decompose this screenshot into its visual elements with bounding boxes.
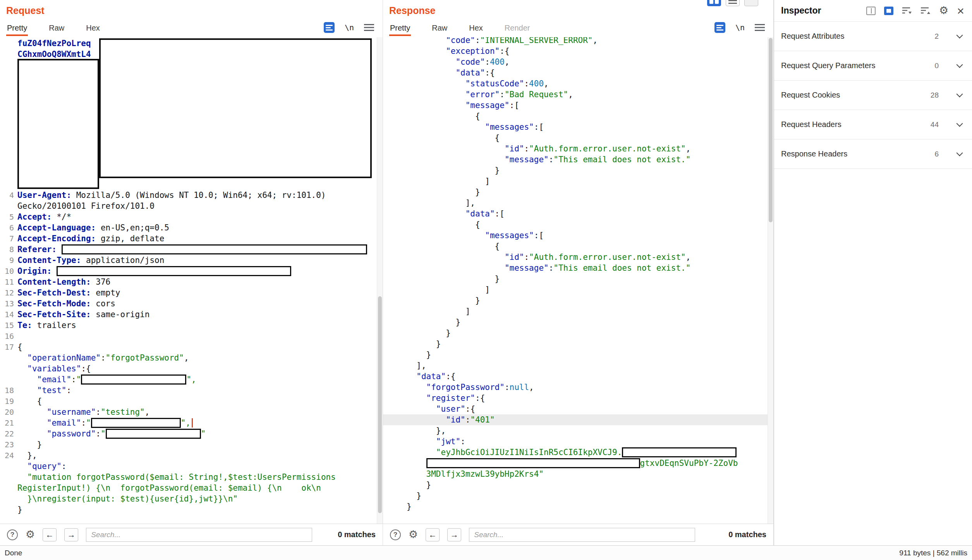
code-line[interactable]: } (383, 490, 773, 501)
code-line[interactable]: { (383, 132, 773, 143)
inspector-dock-icon[interactable] (866, 7, 876, 15)
inspector-section-request-query-parameters[interactable]: Request Query Parameters0 (774, 51, 972, 81)
code-line[interactable]: 16 (0, 331, 383, 342)
search-prev-button[interactable]: ← (426, 528, 440, 541)
code-line[interactable]: 21 "email":"", (0, 417, 383, 428)
code-line[interactable]: } (383, 328, 773, 338)
tab-hex[interactable]: Hex (468, 20, 484, 36)
layout-tabs-icon[interactable] (744, 0, 758, 6)
code-line[interactable]: ] (383, 306, 773, 317)
code-line[interactable]: ] (383, 176, 773, 187)
tab-raw[interactable]: Raw (48, 20, 65, 36)
code-line[interactable]: "user":{ (383, 404, 773, 414)
code-line[interactable]: "error":"Bad Request", (383, 89, 773, 100)
request-scrollbar-thumb[interactable] (378, 296, 382, 513)
code-line[interactable]: gtxvDEqnSVuPbY-2ZoVb (383, 458, 773, 469)
word-wrap-toggle-icon[interactable] (324, 22, 335, 33)
code-line[interactable]: 6Accept-Language: en-US,en;q=0.5 (0, 222, 383, 233)
inspector-section-request-cookies[interactable]: Request Cookies28 (774, 81, 972, 110)
panel-menu-icon[interactable] (755, 24, 765, 31)
code-line[interactable]: "query": (0, 461, 383, 472)
search-next-button[interactable]: → (64, 528, 78, 541)
response-scrollbar[interactable] (768, 37, 773, 524)
request-search-input[interactable] (86, 528, 312, 542)
code-line[interactable]: 22 "password":"" (0, 428, 383, 439)
code-line[interactable]: 12Sec-Fetch-Dest: empty (0, 287, 383, 298)
panel-menu-icon[interactable] (364, 24, 374, 31)
response-scrollbar-thumb[interactable] (769, 38, 773, 222)
code-line[interactable]: "data":{ (383, 371, 773, 382)
code-line[interactable]: "statusCode":400, (383, 78, 773, 89)
code-line[interactable]: }, (383, 425, 773, 436)
tab-pretty[interactable]: Pretty (6, 20, 28, 36)
collapse-all-icon[interactable] (902, 7, 912, 15)
response-viewer[interactable]: "code":"INTERNAL_SERVER_ERROR", "excepti… (383, 37, 773, 524)
code-line[interactable]: 13Sec-Fetch-Mode: cors (0, 298, 383, 309)
code-line[interactable]: } (383, 479, 773, 490)
code-line[interactable]: ], (383, 360, 773, 371)
code-line[interactable]: "email":"", (0, 374, 383, 385)
code-line[interactable]: } (383, 317, 773, 328)
inspector-split-view-icon[interactable] (884, 7, 893, 15)
chevron-down-icon[interactable] (957, 149, 963, 156)
code-line[interactable]: "id":"Auth.form.error.user.not-exist", (383, 143, 773, 154)
code-line[interactable]: "register":{ (383, 393, 773, 404)
code-line[interactable]: 24 }, (0, 450, 383, 461)
code-line[interactable]: 9Content-Type: application/json (0, 255, 383, 266)
code-line[interactable]: "mutation forgotPassword($email: String!… (0, 472, 383, 483)
help-icon[interactable]: ? (7, 529, 18, 540)
code-line[interactable]: 3MDlfjx3mzwL39ybHp2Krs4" (383, 469, 773, 479)
code-line[interactable]: } (383, 295, 773, 306)
code-line[interactable]: ] (383, 284, 773, 295)
tab-render[interactable]: Render (504, 20, 531, 36)
inspector-close-icon[interactable]: × (957, 5, 964, 17)
code-line[interactable]: "exception":{ (383, 46, 773, 57)
code-line[interactable]: 10Origin: (0, 266, 383, 277)
chevron-down-icon[interactable] (957, 61, 963, 68)
code-line[interactable]: "message":"This email does not exist." (383, 263, 773, 273)
code-line[interactable]: 15Te: trailers (0, 320, 383, 331)
code-line[interactable]: 19 { (0, 396, 383, 407)
code-line[interactable]: "data":{ (383, 67, 773, 78)
tab-hex[interactable]: Hex (85, 20, 101, 36)
code-line[interactable]: ], (383, 198, 773, 208)
layout-side-by-side-icon[interactable] (707, 0, 721, 6)
code-line[interactable]: 5Accept: */* (0, 211, 383, 222)
code-line[interactable]: "jwt": (383, 436, 773, 447)
code-line[interactable]: } (383, 273, 773, 284)
layout-combined-icon[interactable] (726, 0, 740, 6)
code-line[interactable]: } (383, 187, 773, 198)
code-line[interactable]: { (383, 241, 773, 252)
inspector-section-response-headers[interactable]: Response Headers6 (774, 139, 972, 169)
code-line[interactable]: }\nregister(input: $test){user{id},jwt}}… (0, 493, 383, 504)
code-line[interactable]: 20 "username":"testing", (0, 407, 383, 417)
code-line[interactable]: "code":400, (383, 57, 773, 67)
code-line[interactable]: "message":"This email does not exist." (383, 154, 773, 165)
chevron-down-icon[interactable] (957, 120, 963, 127)
code-line[interactable]: 14Sec-Fetch-Site: same-origin (0, 309, 383, 320)
code-line[interactable]: "variables":{ (0, 363, 383, 374)
code-line[interactable]: } (383, 338, 773, 349)
code-line[interactable]: { (383, 111, 773, 122)
tab-raw[interactable]: Raw (431, 20, 448, 36)
search-settings-gear-icon[interactable]: ⚙ (409, 529, 418, 540)
word-wrap-toggle-icon[interactable] (714, 22, 725, 33)
code-line[interactable]: "data":[ (383, 208, 773, 219)
chevron-down-icon[interactable] (957, 91, 963, 97)
code-line[interactable]: "id":"Auth.form.error.user.not-exist", (383, 252, 773, 263)
code-line[interactable]: "operationName":"forgotPassword", (0, 352, 383, 363)
code-line[interactable]: } (383, 501, 773, 512)
code-line[interactable]: "eyJhbGciOiJIUzI1NiIsInR5cCI6IkpXVCJ9. (383, 447, 773, 458)
inspector-section-request-headers[interactable]: Request Headers44 (774, 110, 972, 139)
code-line[interactable]: 8Referer: (0, 244, 383, 255)
code-line[interactable]: Gecko/20100101 Firefox/101.0 (0, 201, 383, 211)
code-line[interactable]: } (0, 504, 383, 515)
code-line[interactable]: RegisterInput!) {\n forgotPassword(email… (0, 483, 383, 493)
search-settings-gear-icon[interactable]: ⚙ (26, 529, 35, 540)
inspector-section-request-attributes[interactable]: Request Attributes2 (774, 22, 972, 51)
code-line[interactable]: "forgotPassword":null, (383, 382, 773, 393)
search-prev-button[interactable]: ← (43, 528, 57, 541)
code-line[interactable]: 11Content-Length: 376 (0, 277, 383, 287)
code-line[interactable]: } (383, 165, 773, 176)
code-line[interactable]: "id":"401" (383, 414, 773, 425)
